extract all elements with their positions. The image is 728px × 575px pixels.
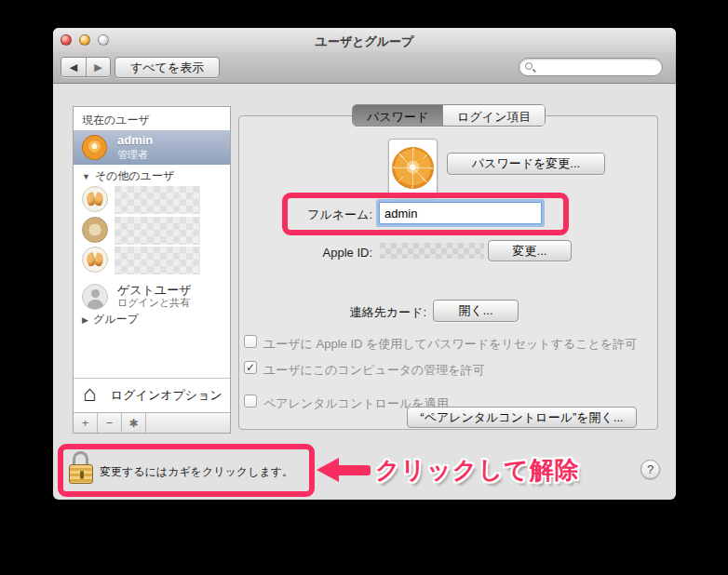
current-user-header: 現在のユーザ — [82, 113, 150, 128]
orange-avatar-image — [392, 147, 434, 189]
disclosure-right-icon[interactable]: ▶ — [82, 315, 88, 325]
open-contact-card-button[interactable]: 開く... — [433, 300, 519, 322]
groups-header[interactable]: ▶グループ — [82, 312, 139, 328]
annotation-box-fullname — [282, 193, 569, 235]
remove-user-button[interactable]: − — [98, 413, 122, 433]
tab-bar: パスワード ログイン項目 — [352, 104, 546, 127]
change-apple-id-button[interactable]: 変更... — [488, 240, 572, 261]
sidebar-item-admin[interactable]: admin 管理者 — [74, 130, 230, 165]
contact-card-label: 連絡先カード: — [315, 304, 426, 321]
blurred-apple-id — [380, 243, 484, 259]
butterfly-avatar — [82, 186, 108, 212]
admin-role: 管理者 — [117, 148, 148, 162]
add-user-button[interactable]: + — [74, 413, 98, 433]
login-options-label: ログインオプション — [111, 387, 222, 404]
sidebar-item-user2[interactable] — [74, 215, 230, 246]
show-all-button[interactable]: すべてを表示 — [115, 57, 220, 78]
annotation-arrow-left-icon — [317, 458, 371, 483]
disclosure-down-icon[interactable]: ▼ — [82, 172, 90, 181]
open-parental-controls-button[interactable]: “ペアレンタルコントロール”を開く... — [407, 407, 637, 428]
blurred-username — [115, 247, 200, 274]
nav-buttons: ◀ ▶ — [61, 57, 111, 77]
back-button[interactable]: ◀ — [61, 58, 86, 76]
user-list-sidebar: 現在のユーザ admin 管理者 ▼その他のユーザ ゲストユーザ ログインと共有… — [73, 106, 231, 434]
tab-login-items[interactable]: ログイン項目 — [443, 105, 545, 126]
window-title: ユーザとグループ — [53, 33, 676, 50]
checkbox-admin-allowed-label: ユーザにこのコンピュータの管理を許可 — [263, 362, 485, 379]
checkbox-admin-allowed[interactable]: ✓ — [244, 361, 257, 374]
blurred-username — [115, 186, 200, 214]
annotation-text: クリックして解除 — [375, 454, 580, 487]
users-groups-window: ユーザとグループ ◀ ▶ すべてを表示 現在のユーザ admin 管理者 ▼その… — [53, 28, 676, 500]
help-button[interactable]: ? — [640, 460, 660, 479]
tab-password[interactable]: パスワード — [353, 105, 443, 126]
sidebar-button-bar: + − ✱ — [74, 412, 230, 433]
annotation-box-lock — [58, 444, 315, 497]
search-input[interactable] — [536, 60, 657, 74]
butterfly-avatar — [82, 247, 108, 273]
checkbox-reset-password-label: ユーザに Apple ID を使用してパスワードをリセットすることを許可 — [263, 336, 637, 353]
sidebar-item-login-options[interactable]: ⌂ ログインオプション — [74, 379, 230, 413]
lion-avatar — [82, 217, 108, 243]
change-password-button[interactable]: パスワードを変更... — [447, 153, 605, 175]
search-field[interactable] — [519, 58, 663, 76]
checkbox-reset-password[interactable] — [244, 335, 257, 348]
sidebar-item-user1[interactable] — [74, 184, 230, 215]
toolbar: ◀ ▶ すべてを表示 — [53, 52, 676, 84]
guest-subtitle: ログインと共有 — [117, 296, 190, 310]
titlebar[interactable]: ユーザとグループ — [53, 28, 676, 52]
home-icon: ⌂ — [83, 381, 97, 407]
checkbox-parental-controls[interactable] — [244, 394, 257, 408]
admin-avatar — [82, 135, 107, 160]
other-users-header[interactable]: ▼その他のユーザ — [82, 168, 174, 184]
search-icon — [525, 62, 533, 70]
forward-button[interactable]: ▶ — [86, 58, 110, 76]
sidebar-item-user3[interactable] — [74, 245, 230, 275]
guest-avatar — [82, 284, 108, 310]
user-picture-well[interactable] — [388, 139, 438, 197]
sidebar-item-guest[interactable]: ゲストユーザ ログインと共有 — [74, 282, 230, 313]
admin-name: admin — [117, 133, 153, 147]
gear-icon[interactable]: ✱ — [122, 413, 146, 433]
blurred-username — [115, 217, 200, 245]
apple-id-label: Apple ID: — [279, 246, 372, 260]
